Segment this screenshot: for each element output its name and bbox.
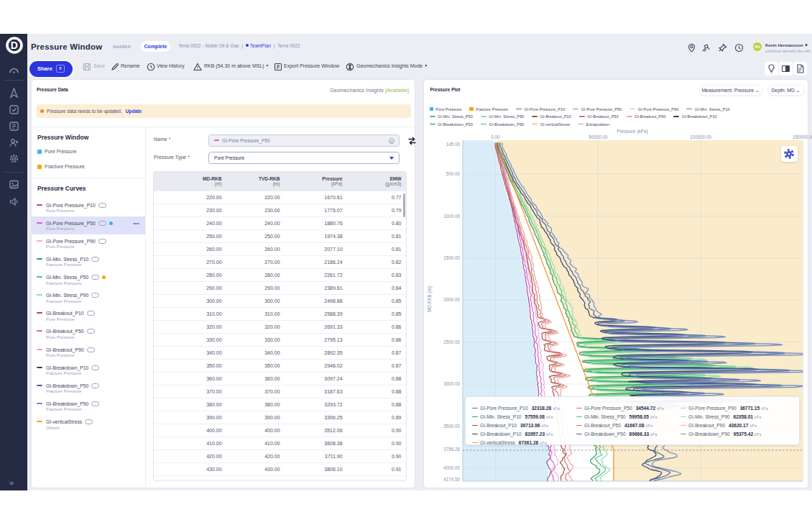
svg-text:4174.50: 4174.50 — [443, 477, 460, 482]
svg-text:D: D — [11, 40, 18, 51]
svg-text:50000.00: 50000.00 — [589, 134, 608, 140]
svg-text:Pressure (kPa): Pressure (kPa) — [617, 129, 647, 134]
svg-text:3000.00: 3000.00 — [443, 381, 460, 386]
svg-text:1500.00: 1500.00 — [443, 255, 460, 260]
svg-text:3756.28: 3756.28 — [443, 447, 460, 452]
svg-text:145.00: 145.00 — [446, 142, 460, 147]
svg-text:0.00: 0.00 — [491, 134, 500, 140]
svg-text:2000.00: 2000.00 — [443, 297, 460, 302]
svg-text:150000.00: 150000.00 — [793, 134, 812, 140]
svg-text:4000.00: 4000.00 — [443, 465, 460, 470]
svg-text:1000.00: 1000.00 — [443, 214, 460, 219]
svg-text:500.00: 500.00 — [446, 171, 460, 176]
svg-text:3500.00: 3500.00 — [443, 424, 460, 429]
svg-text:MD-RKB (m): MD-RKB (m) — [427, 286, 433, 312]
svg-text:100000.00: 100000.00 — [690, 134, 711, 140]
svg-text:2500.00: 2500.00 — [443, 339, 460, 344]
